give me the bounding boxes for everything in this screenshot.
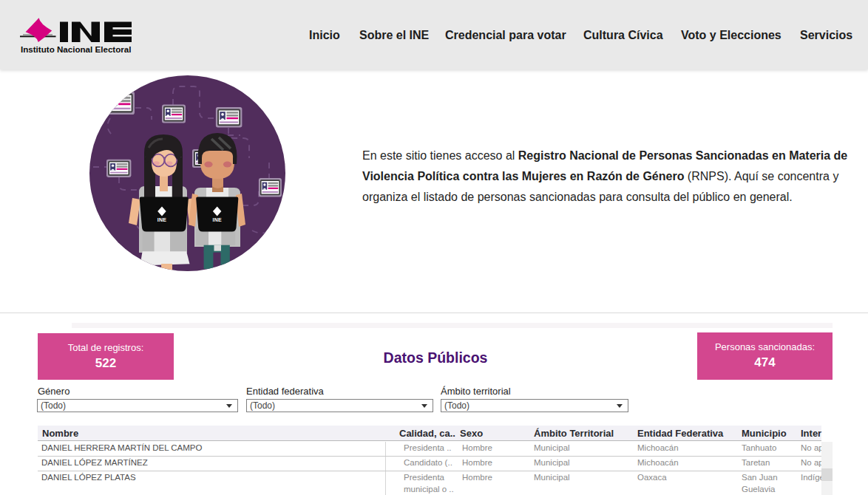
svg-text:Instituto Nacional Electoral: Instituto Nacional Electoral xyxy=(21,44,131,54)
svg-text:INE: INE xyxy=(212,217,222,222)
svg-text:INE: INE xyxy=(157,217,167,222)
